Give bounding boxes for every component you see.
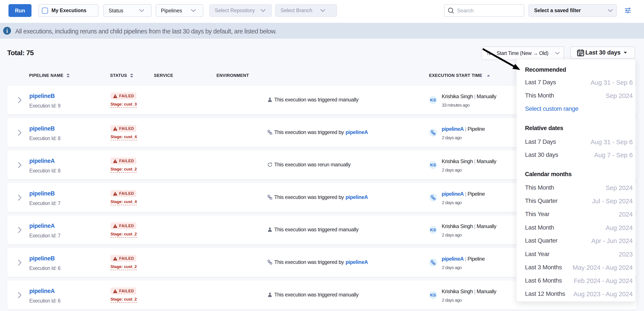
svg-text:i: i	[6, 28, 8, 34]
